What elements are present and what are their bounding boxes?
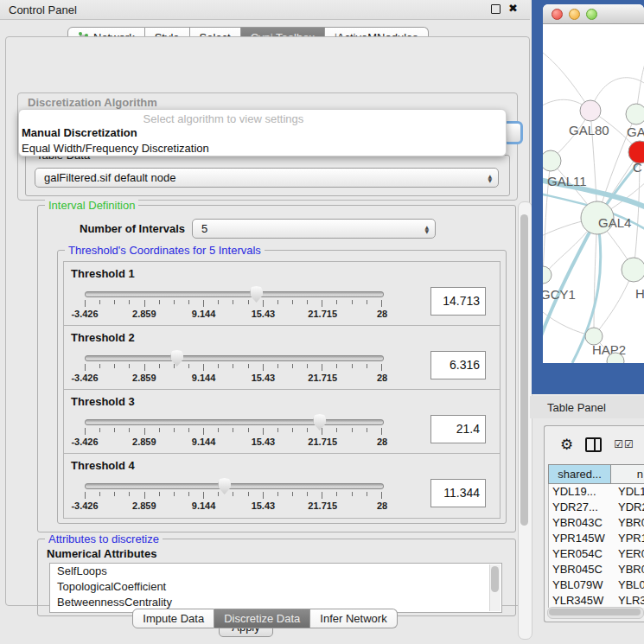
threshold-1-slider[interactable]: -3.4262.8599.14415.4321.71528 <box>85 285 382 323</box>
table-cell[interactable]: YER0 <box>613 546 644 562</box>
column-header-shared-name[interactable]: shared... <box>549 465 611 483</box>
close-icon[interactable]: ✖ <box>508 3 518 15</box>
option-equal-width-frequency[interactable]: Equal Width/Frequency Discretization <box>19 141 506 156</box>
threshold-4-slider[interactable]: -3.4262.8599.14415.4321.71528 <box>85 477 382 515</box>
minimize-window-icon[interactable] <box>569 9 580 20</box>
table-cell[interactable]: YBR0 <box>613 562 644 577</box>
scrollbar-thumb[interactable] <box>520 214 528 526</box>
network-node-gal11[interactable] <box>543 150 561 171</box>
table-cell[interactable]: YDR2 <box>613 500 644 515</box>
slider-track[interactable] <box>85 419 384 425</box>
threshold-2-label: Threshold 2 <box>71 331 135 344</box>
algorithm-dropdown-popup: Select algorithm to view settings Manual… <box>18 109 507 156</box>
tab-infer-network[interactable]: Infer Network <box>310 609 397 628</box>
threshold-4-label: Threshold 4 <box>71 459 135 472</box>
table-row[interactable]: YBR045CYBR0 <box>549 562 644 577</box>
network-node-label: GAL80 <box>569 123 609 137</box>
slider-track[interactable] <box>85 291 384 297</box>
table-cell[interactable]: YPR145W <box>549 531 613 546</box>
tab-discretize-data[interactable]: Discretize Data <box>214 609 310 628</box>
network-node-label: C <box>633 160 642 175</box>
table-cell[interactable]: YBR045C <box>549 562 613 577</box>
number-of-intervals-value: 5 <box>201 222 207 235</box>
attributes-list-scrollbar[interactable] <box>489 564 501 611</box>
slider-track[interactable] <box>85 483 384 489</box>
column-header-name[interactable]: n <box>611 465 644 483</box>
network-node-label: H <box>635 286 644 301</box>
table-row[interactable]: YPR145WYPR1 <box>549 531 644 546</box>
table-row[interactable]: YLR345WYLR3 <box>549 593 644 608</box>
select-checkboxes-icon[interactable]: ☑☑ <box>614 438 634 450</box>
table-row[interactable]: YER054CYER0 <box>549 546 644 562</box>
threshold-3-panel: Threshold 3 -3.4262.8599.14415.4321.7152… <box>63 389 501 455</box>
combo-spinner-icon[interactable]: ▲▼ <box>424 225 429 233</box>
threshold-2-slider[interactable]: -3.4262.8599.14415.4321.71528 <box>85 349 382 387</box>
threshold-4-value-field[interactable]: 11.344 <box>430 479 486 507</box>
node-table-body[interactable]: YDL19...YDL1YDR27...YDR2YBR043CYBR0YPR14… <box>548 484 644 608</box>
combo-spinner-icon[interactable]: ▲▼ <box>488 174 492 182</box>
slider-track[interactable] <box>85 355 384 361</box>
table-cell[interactable]: YLR345W <box>549 593 613 608</box>
table-row[interactable]: YDL19...YDL1 <box>549 484 644 500</box>
table-cell[interactable]: YBR0 <box>613 515 644 531</box>
list-item[interactable]: SelfLoops <box>50 564 501 579</box>
network-window-titlebar[interactable] <box>543 4 644 24</box>
slider-scale-labels: -3.4262.8599.14415.4321.71528 <box>85 501 382 513</box>
threshold-4-panel: Threshold 4 -3.4262.8599.14415.4321.7152… <box>63 453 501 519</box>
threshold-3-slider[interactable]: -3.4262.8599.14415.4321.71528 <box>85 413 382 451</box>
scrollbar-thumb[interactable] <box>549 609 641 615</box>
table-data-combobox[interactable]: galFiltered.sif default node ▲▼ <box>35 168 499 188</box>
threshold-3-label: Threshold 3 <box>71 395 135 408</box>
table-cell[interactable]: YER054C <box>549 546 613 562</box>
network-node-gcy1[interactable] <box>543 266 552 284</box>
threshold-2-value-field[interactable]: 6.316 <box>430 351 486 379</box>
threshold-1-label: Threshold 1 <box>71 267 135 280</box>
table-cell[interactable]: YDL1 <box>613 484 644 500</box>
network-node-label: GAL4 <box>598 215 631 230</box>
slider-scale-labels: -3.4262.8599.14415.4321.71528 <box>85 437 382 449</box>
threshold-1-value-field[interactable]: 14.713 <box>430 287 486 316</box>
settings-gear-icon[interactable]: ⚙ <box>560 437 573 452</box>
split-columns-icon[interactable] <box>585 437 602 452</box>
list-item[interactable]: TopologicalCoefficient <box>50 579 501 595</box>
table-cell[interactable]: YBL079W <box>549 577 613 593</box>
table-data-group: Table Data galFiltered.sif default node … <box>25 155 510 196</box>
cyni-toolbox-pane: Discretization Algorithm Select algorith… <box>5 36 530 606</box>
threshold-2-panel: Threshold 2 -3.4262.8599.14415.4321.7152… <box>63 325 501 391</box>
network-node-label: GAL11 <box>547 174 587 188</box>
table-row[interactable]: YBR043CYBR0 <box>549 515 644 531</box>
network-node-h[interactable] <box>622 258 644 282</box>
table-cell[interactable]: YLR3 <box>613 593 644 608</box>
zoom-window-icon[interactable] <box>586 9 597 20</box>
network-canvas[interactable]: GAL80GACGAL11GAL4GCY1HHAP2 <box>543 24 644 363</box>
algorithm-prompt-item[interactable]: Select algorithm to view settings <box>19 112 428 125</box>
table-horizontal-scrollbar[interactable] <box>547 607 644 619</box>
table-data-combobox-value: galFiltered.sif default node <box>44 171 175 184</box>
table-row[interactable]: YBL079WYBL0 <box>549 577 644 593</box>
slider-ticks <box>85 364 382 371</box>
threshold-3-value-field[interactable]: 21.4 <box>430 415 486 443</box>
network-node-ga[interactable] <box>626 104 644 124</box>
thresholds-coordinates-group: Threshold's Coordinates for 5 Intervals … <box>57 250 507 524</box>
table-cell[interactable]: YDR27... <box>549 500 613 515</box>
numerical-attributes-list[interactable]: SelfLoops TopologicalCoefficient Between… <box>49 563 502 613</box>
option-manual-discretization[interactable]: Manual Discretization <box>19 125 506 141</box>
content-vertical-scrollbar[interactable] <box>518 201 532 640</box>
slider-ticks <box>85 300 382 307</box>
network-edge[interactable] <box>594 218 597 336</box>
float-window-icon[interactable] <box>491 4 501 14</box>
network-node-gal80[interactable] <box>580 100 601 121</box>
table-cell[interactable]: YPR1 <box>613 531 644 546</box>
table-panel-header: Table Panel <box>530 396 644 418</box>
control-panel: Control Panel ✖ Network Style Select Cyn… <box>0 0 530 644</box>
table-cell[interactable]: YDL19... <box>549 484 613 500</box>
tab-impute-data[interactable]: Impute Data <box>132 609 214 628</box>
numerical-attributes-label: Numerical Attributes <box>47 547 156 560</box>
number-of-intervals-combobox[interactable]: 5 ▲▼ <box>192 219 436 239</box>
node-table-panel: ⚙ ☑☑ shared... n YDL19...YDL1YDR27...YDR… <box>544 425 644 622</box>
network-view-window: GAL80GACGAL11GAL4GCY1HHAP2 <box>543 4 644 363</box>
table-cell[interactable]: YBL0 <box>613 577 644 593</box>
table-row[interactable]: YDR27...YDR2 <box>549 500 644 515</box>
table-cell[interactable]: YBR043C <box>549 515 613 531</box>
close-window-icon[interactable] <box>552 9 563 20</box>
